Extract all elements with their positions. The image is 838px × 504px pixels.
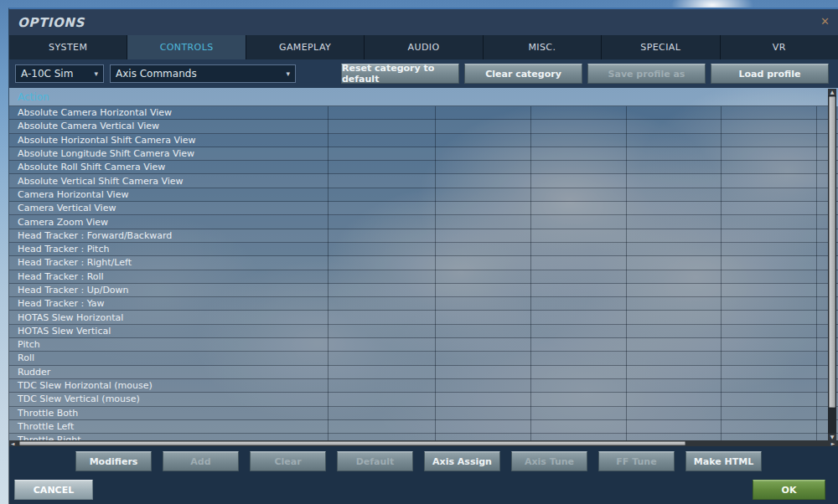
table-row[interactable]: Pitch: [9, 338, 838, 352]
action-button[interactable]: Make HTML: [685, 451, 762, 471]
titlebar: OPTIONS ✕: [9, 9, 838, 35]
action-cell: TDC Slew Vertical (mouse): [18, 393, 140, 404]
horizontal-scrollbar[interactable]: ◄ ►: [9, 440, 838, 446]
vertical-scrollbar[interactable]: ▲ ▼: [828, 89, 836, 440]
tab-label: CONTROLS: [160, 42, 214, 53]
action-button[interactable]: Modifiers: [75, 451, 152, 471]
table-row[interactable]: TDC Slew Horizontal (mouse): [9, 379, 838, 393]
tab-label: VR: [773, 42, 786, 53]
action-cell: Pitch: [18, 339, 40, 350]
column-divider: [721, 106, 722, 440]
category-dropdown-value: Axis Commands: [116, 68, 197, 80]
column-divider: [530, 106, 531, 440]
toolbar: A-10C Sim ▾ Axis Commands ▾ Reset catego…: [9, 59, 838, 88]
action-button[interactable]: FF Tune: [598, 451, 675, 471]
category-dropdown[interactable]: Axis Commands ▾: [110, 64, 296, 83]
table-row[interactable]: Absolute Camera Vertical View: [9, 120, 838, 133]
options-dialog: OPTIONS ✕ SYSTEM CONTROLS GAMEPLAY AUDIO…: [8, 8, 838, 504]
tab[interactable]: CONTROLS: [127, 35, 246, 59]
toolbar-button[interactable]: Save profile as: [587, 64, 706, 84]
table-row[interactable]: Throttle Both: [9, 407, 838, 420]
horizontal-scrollbar-thumb[interactable]: [19, 441, 685, 445]
action-button-label: Axis Assign: [432, 456, 492, 467]
tab-label: GAMEPLAY: [279, 42, 331, 53]
table-row[interactable]: Head Tracker : Up/Down: [9, 284, 838, 297]
close-icon[interactable]: ✕: [820, 15, 830, 28]
vertical-scrollbar-thumb[interactable]: [829, 96, 835, 408]
toolbar-button[interactable]: Reset category to default: [341, 64, 459, 84]
tab[interactable]: SPECIAL: [602, 35, 720, 59]
table-row[interactable]: Head Tracker : Forward/Backward: [9, 229, 838, 243]
table-row[interactable]: HOTAS Slew Horizontal: [9, 311, 838, 324]
scroll-up-icon[interactable]: ▲: [828, 89, 836, 95]
action-cell: Absolute Longitude Shift Camera View: [18, 148, 194, 159]
tab[interactable]: VR: [721, 35, 838, 59]
action-cell: HOTAS Slew Vertical: [18, 326, 111, 337]
tab-label: MISC.: [528, 42, 556, 53]
action-cell: Head Tracker : Right/Left: [18, 257, 132, 268]
table-row[interactable]: TDC Slew Vertical (mouse): [9, 393, 838, 406]
bindings-table: Action Absolute Camera Horizontal View A…: [9, 88, 838, 446]
action-cell: Head Tracker : Up/Down: [18, 285, 129, 296]
action-cell: Rudder: [18, 367, 50, 378]
table-row[interactable]: Camera Vertical View: [9, 202, 838, 215]
action-cell: Head Tracker : Pitch: [18, 244, 109, 255]
table-row[interactable]: Head Tracker : Roll: [9, 270, 838, 284]
scroll-right-icon[interactable]: ►: [830, 440, 836, 446]
scroll-left-icon[interactable]: ◄: [9, 440, 16, 446]
aircraft-dropdown[interactable]: A-10C Sim ▾: [15, 64, 104, 83]
action-cell: Camera Zoom View: [18, 217, 108, 228]
cancel-button[interactable]: CANCEL: [14, 480, 93, 500]
table-body: Absolute Camera Horizontal View Absolute…: [9, 106, 838, 440]
bottom-panel: Modifiers Add Clear Default Axis Assign: [9, 446, 838, 504]
action-cell: Throttle Left: [18, 421, 74, 432]
table-row[interactable]: Absolute Roll Shift Camera View: [9, 161, 838, 174]
table-row[interactable]: Head Tracker : Pitch: [9, 243, 838, 256]
ok-button[interactable]: OK: [753, 480, 825, 500]
toolbar-button[interactable]: Load profile: [711, 64, 829, 84]
action-button-label: Make HTML: [694, 456, 753, 467]
action-button[interactable]: Axis Tune: [511, 451, 587, 471]
action-cell: Camera Horizontal View: [18, 189, 128, 200]
table-row[interactable]: Camera Zoom View: [9, 215, 838, 229]
table-row[interactable]: Rudder: [9, 366, 838, 379]
action-button[interactable]: Axis Assign: [424, 451, 500, 471]
table-row[interactable]: Head Tracker : Yaw: [9, 297, 838, 311]
action-button-label: FF Tune: [616, 456, 656, 467]
tab[interactable]: SYSTEM: [9, 35, 127, 59]
action-button[interactable]: Add: [163, 451, 239, 471]
table-row[interactable]: Absolute Horizontal Shift Camera View: [9, 134, 838, 147]
table-row[interactable]: HOTAS Slew Vertical: [9, 325, 838, 338]
table-row[interactable]: Absolute Camera Horizontal View: [9, 106, 838, 120]
action-button-label: Axis Tune: [525, 456, 574, 467]
table-row[interactable]: Throttle Right: [9, 434, 838, 440]
scroll-down-icon[interactable]: ▼: [828, 434, 836, 440]
toolbar-button-label: Load profile: [739, 69, 801, 80]
action-cell: Head Tracker : Yaw: [18, 298, 105, 309]
table-row[interactable]: Roll: [9, 352, 838, 365]
table-row[interactable]: Head Tracker : Right/Left: [9, 256, 838, 270]
chevron-down-icon: ▾: [94, 69, 98, 78]
action-button[interactable]: Default: [337, 451, 413, 471]
column-divider: [816, 106, 817, 440]
tab[interactable]: AUDIO: [365, 35, 483, 59]
tab[interactable]: MISC.: [484, 35, 602, 59]
toolbar-button-label: Clear category: [485, 69, 561, 80]
table-row[interactable]: Absolute Longitude Shift Camera View: [9, 147, 838, 161]
column-header-action: Action: [9, 88, 836, 106]
action-cell: HOTAS Slew Horizontal: [18, 312, 123, 323]
tab-label: AUDIO: [408, 42, 440, 53]
action-button[interactable]: Clear: [250, 451, 326, 471]
table-row[interactable]: Absolute Vertical Shift Camera View: [9, 174, 838, 188]
table-row[interactable]: Camera Horizontal View: [9, 188, 838, 202]
table-row[interactable]: Throttle Left: [9, 420, 838, 434]
action-cell: Roll: [18, 352, 34, 363]
action-button-label: Clear: [274, 456, 301, 467]
toolbar-button[interactable]: Clear category: [464, 64, 582, 84]
toolbar-button-label: Save profile as: [608, 69, 685, 80]
tab[interactable]: GAMEPLAY: [246, 35, 365, 59]
profile-buttons: Reset category to default Clear category…: [341, 64, 829, 84]
tab-label: SPECIAL: [640, 42, 680, 53]
chevron-down-icon: ▾: [286, 69, 290, 78]
action-cell: Camera Vertical View: [18, 203, 116, 213]
